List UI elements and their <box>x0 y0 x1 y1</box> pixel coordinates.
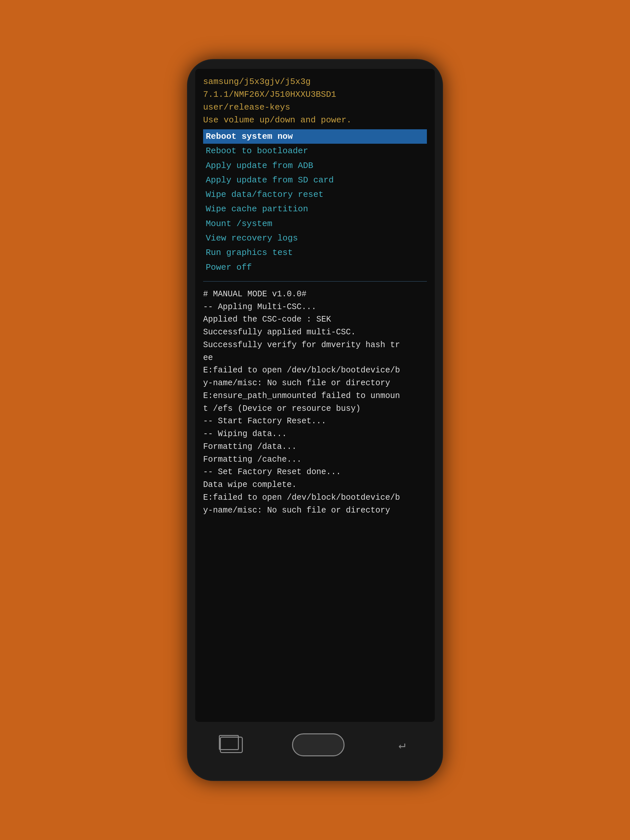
log-line: y-name/misc: No such file or directory <box>203 377 427 390</box>
menu-item[interactable]: Apply update from ADB <box>203 158 427 173</box>
log-line: y-name/misc: No such file or directory <box>203 504 427 517</box>
log-line: E:failed to open /dev/block/bootdevice/b <box>203 364 427 377</box>
recents-button[interactable] <box>220 737 243 753</box>
log-line: E:ensure_path_unmounted failed to unmoun <box>203 390 427 403</box>
header-line: 7.1.1/NMF26X/J510HXXU3BSD1 <box>203 88 427 101</box>
phone-screen: samsung/j5x3gjv/j5x3g7.1.1/NMF26X/J510HX… <box>195 69 435 722</box>
log-line: -- Set Factory Reset done... <box>203 466 427 479</box>
log-line: Successfully applied multi-CSC. <box>203 326 427 339</box>
home-button[interactable] <box>292 733 344 756</box>
phone-bottom-bar: ↵ <box>195 725 435 764</box>
back-button[interactable]: ↵ <box>394 737 410 753</box>
menu-item[interactable]: View recovery logs <box>203 231 427 245</box>
phone-device: samsung/j5x3gjv/j5x3g7.1.1/NMF26X/J510HX… <box>187 59 443 781</box>
menu-item[interactable]: Mount /system <box>203 216 427 231</box>
log-line: Formatting /cache... <box>203 453 427 466</box>
log-line: Successfully verify for dmverity hash tr <box>203 339 427 352</box>
header-line: user/release-keys <box>203 101 427 114</box>
log-line: Applied the CSC-code : SEK <box>203 313 427 326</box>
log-section: # MANUAL MODE v1.0.0#-- Appling Multi-CS… <box>203 288 427 517</box>
log-line: -- Start Factory Reset... <box>203 415 427 428</box>
log-line: Data wipe complete. <box>203 479 427 491</box>
log-line: # MANUAL MODE v1.0.0# <box>203 288 427 301</box>
header-line: samsung/j5x3gjv/j5x3g <box>203 76 427 88</box>
menu-item[interactable]: Wipe data/factory reset <box>203 187 427 202</box>
menu-item[interactable]: Power off <box>203 260 427 275</box>
menu-item[interactable]: Wipe cache partition <box>203 202 427 216</box>
menu-item[interactable]: Apply update from SD card <box>203 173 427 187</box>
menu-item[interactable]: Run graphics test <box>203 245 427 260</box>
log-line: E:failed to open /dev/block/bootdevice/b <box>203 491 427 504</box>
menu-item[interactable]: Reboot system now <box>203 129 427 144</box>
menu-item[interactable]: Reboot to bootloader <box>203 144 427 158</box>
log-line: ee <box>203 352 427 365</box>
recovery-menu: Reboot system nowReboot to bootloaderApp… <box>203 129 427 275</box>
header-info: samsung/j5x3gjv/j5x3g7.1.1/NMF26X/J510HX… <box>203 76 427 127</box>
log-line: -- Appling Multi-CSC... <box>203 301 427 314</box>
log-line: -- Wiping data... <box>203 428 427 441</box>
screen-content: samsung/j5x3gjv/j5x3g7.1.1/NMF26X/J510HX… <box>195 69 435 722</box>
log-line: Formatting /data... <box>203 441 427 453</box>
log-line: t /efs (Device or resource busy) <box>203 403 427 415</box>
header-line: Use volume up/down and power. <box>203 114 427 127</box>
